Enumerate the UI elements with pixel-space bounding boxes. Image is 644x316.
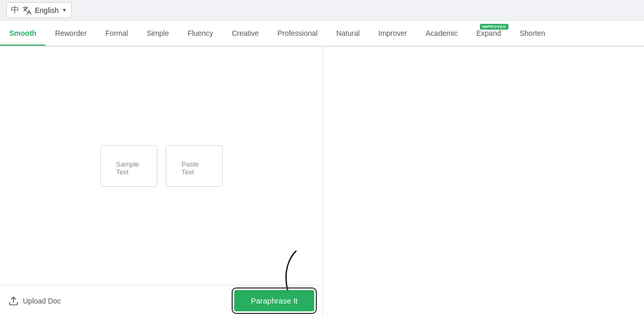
tab-professional[interactable]: Professional (268, 22, 327, 46)
tab-simple[interactable]: Simple (137, 22, 178, 46)
translate-svg-icon (22, 6, 32, 15)
language-selector[interactable]: 中 English ▼ (6, 2, 72, 18)
tab-expand[interactable]: IMPROVED Expand (467, 22, 510, 46)
sample-text-button[interactable]: Sample Text (100, 145, 157, 187)
left-panel: Sample Text Paste Text (0, 47, 323, 316)
tab-formal[interactable]: Formal (96, 22, 138, 46)
tab-academic[interactable]: Academic (417, 22, 467, 46)
paraphrase-it-button[interactable]: Paraphrase It (234, 290, 314, 311)
tab-shorten[interactable]: Shorten (511, 22, 555, 46)
tab-natural[interactable]: Natural (327, 22, 369, 46)
tab-improver[interactable]: Improver (369, 22, 417, 46)
upload-doc-icon (8, 296, 19, 306)
language-label: English (35, 6, 59, 15)
chevron-down-icon: ▼ (62, 7, 67, 13)
tab-reworder[interactable]: Reworder (46, 22, 96, 46)
language-bar: 中 English ▼ (0, 0, 644, 21)
main-content: Sample Text Paste Text (0, 47, 644, 316)
placeholder-buttons: Sample Text Paste Text (100, 145, 223, 187)
tabs-bar: Smooth Reworder Formal Simple Fluency Cr… (0, 21, 644, 47)
paste-text-button[interactable]: Paste Text (166, 145, 223, 187)
left-bottom-bar: Upload Doc Paraphrase It (0, 285, 323, 316)
sample-text-label: Sample Text (116, 160, 141, 176)
upload-doc-button[interactable]: Upload Doc (8, 296, 61, 306)
tab-fluency[interactable]: Fluency (178, 22, 222, 46)
improved-badge: IMPROVED (480, 24, 508, 30)
paste-text-label: Paste Text (182, 160, 207, 176)
translate-icon: 中 (11, 5, 19, 16)
right-panel (323, 47, 644, 316)
tab-creative[interactable]: Creative (222, 22, 268, 46)
tab-smooth[interactable]: Smooth (0, 22, 46, 46)
text-input-area[interactable]: Sample Text Paste Text (0, 47, 323, 285)
paraphrase-btn-wrapper: Paraphrase It (234, 290, 314, 311)
upload-doc-label: Upload Doc (23, 297, 61, 305)
